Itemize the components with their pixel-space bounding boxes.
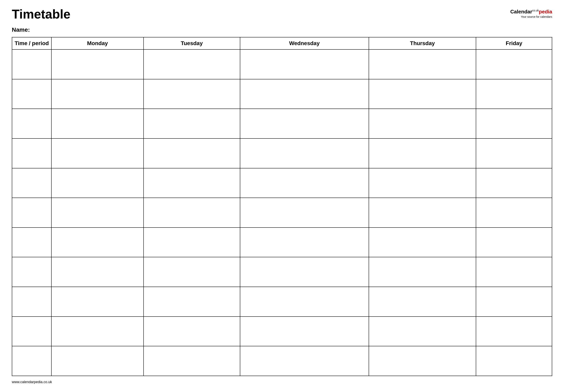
table-cell[interactable] [476,227,552,257]
table-cell[interactable] [144,109,240,139]
table-cell[interactable] [12,79,51,109]
table-row [12,49,552,79]
table-cell[interactable] [51,287,144,317]
table-cell[interactable] [369,227,476,257]
table-cell[interactable] [240,287,369,317]
table-cell[interactable] [51,317,144,346]
table-cell[interactable] [144,257,240,287]
table-cell[interactable] [240,227,369,257]
table-cell[interactable] [476,49,552,79]
table-cell[interactable] [369,317,476,346]
table-cell[interactable] [476,79,552,109]
table-cell[interactable] [51,168,144,198]
table-row [12,346,552,376]
table-cell[interactable] [144,49,240,79]
table-cell[interactable] [240,168,369,198]
table-cell[interactable] [12,139,51,168]
table-cell[interactable] [144,198,240,227]
table-cell[interactable] [240,49,369,79]
col-tuesday: Tuesday [144,37,240,49]
table-cell[interactable] [369,346,476,376]
logo-area: Calendarco.ukpedia Your source for calen… [510,9,552,18]
table-cell[interactable] [369,287,476,317]
logo-text: Calendarco.ukpedia [510,9,552,15]
table-cell[interactable] [144,139,240,168]
page-title: Timetable [12,8,70,20]
table-cell[interactable] [476,317,552,346]
table-row [12,287,552,317]
footer: www.calendarpedia.co.uk [12,380,552,384]
table-cell[interactable] [51,109,144,139]
table-cell[interactable] [369,257,476,287]
table-cell[interactable] [476,139,552,168]
table-header: Time / period Monday Tuesday Wednesday T… [12,37,552,49]
logo-co-uk: co.uk [532,9,539,12]
table-cell[interactable] [51,79,144,109]
table-row [12,109,552,139]
logo-subtitle: Your source for calendars [521,15,552,18]
table-row [12,257,552,287]
table-cell[interactable] [369,168,476,198]
table-cell[interactable] [144,346,240,376]
table-cell[interactable] [476,257,552,287]
col-time: Time / period [12,37,51,49]
timetable: Time / period Monday Tuesday Wednesday T… [12,37,552,376]
table-cell[interactable] [240,139,369,168]
table-cell[interactable] [144,287,240,317]
table-row [12,317,552,346]
table-cell[interactable] [51,198,144,227]
table-cell[interactable] [144,227,240,257]
table-cell[interactable] [476,346,552,376]
table-cell[interactable] [476,198,552,227]
table-cell[interactable] [12,257,51,287]
table-cell[interactable] [369,49,476,79]
table-cell[interactable] [12,317,51,346]
table-cell[interactable] [144,79,240,109]
table-cell[interactable] [51,346,144,376]
table-cell[interactable] [240,198,369,227]
table-cell[interactable] [369,109,476,139]
logo-calendar: Calendar [510,9,532,14]
table-cell[interactable] [12,346,51,376]
table-cell[interactable] [240,317,369,346]
table-row [12,168,552,198]
table-row [12,139,552,168]
table-cell[interactable] [240,109,369,139]
footer-url: www.calendarpedia.co.uk [12,380,52,384]
table-cell[interactable] [51,257,144,287]
table-row [12,227,552,257]
col-wednesday: Wednesday [240,37,369,49]
logo-pedia: pedia [539,9,552,14]
table-cell[interactable] [476,168,552,198]
table-row [12,79,552,109]
table-cell[interactable] [12,287,51,317]
name-row: Name: [12,26,552,33]
table-cell[interactable] [369,139,476,168]
header-row: Time / period Monday Tuesday Wednesday T… [12,37,552,49]
table-cell[interactable] [144,168,240,198]
table-cell[interactable] [369,198,476,227]
table-cell[interactable] [240,79,369,109]
table-body [12,49,552,376]
name-label: Name: [12,26,30,33]
table-cell[interactable] [144,317,240,346]
table-cell[interactable] [240,346,369,376]
table-cell[interactable] [369,79,476,109]
table-cell[interactable] [240,257,369,287]
table-cell[interactable] [51,139,144,168]
table-cell[interactable] [12,198,51,227]
table-cell[interactable] [51,49,144,79]
table-row [12,198,552,227]
table-cell[interactable] [12,109,51,139]
col-monday: Monday [51,37,144,49]
table-cell[interactable] [51,227,144,257]
table-cell[interactable] [12,227,51,257]
table-cell[interactable] [12,168,51,198]
table-cell[interactable] [476,287,552,317]
table-cell[interactable] [12,49,51,79]
col-friday: Friday [476,37,552,49]
col-thursday: Thursday [369,37,476,49]
page-header: Timetable Calendarco.ukpedia Your source… [12,8,552,20]
table-cell[interactable] [476,109,552,139]
